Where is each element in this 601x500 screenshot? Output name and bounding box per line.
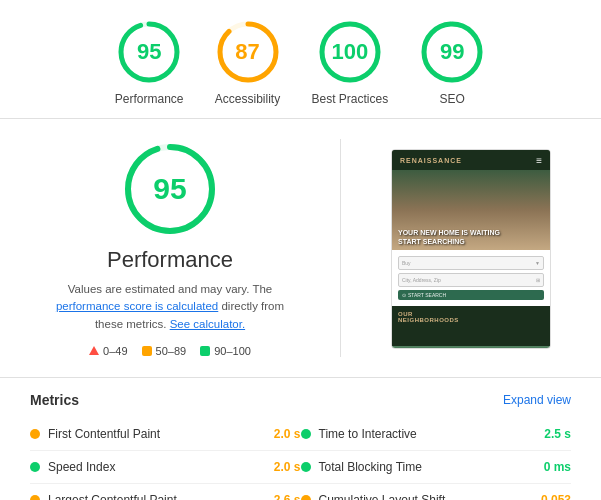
metric-row-cls: Cumulative Layout Shift 0.053 — [301, 484, 572, 500]
screenshot-search-btn-row: ⊙ START SEARCH — [398, 290, 544, 300]
big-score-value: 95 — [153, 172, 186, 206]
metric-row-fcp: First Contentful Paint 2.0 s — [30, 418, 301, 451]
metric-row-si: Speed Index 2.0 s — [30, 451, 301, 484]
metric-dot-si — [30, 462, 40, 472]
score-circle-performance: 95 — [115, 18, 183, 86]
metric-value-lcp: 2.6 s — [274, 493, 301, 500]
metric-name-tbt: Total Blocking Time — [319, 460, 536, 474]
metric-value-tbt: 0 ms — [544, 460, 571, 474]
green-dot-icon — [200, 346, 210, 356]
legend-red: 0–49 — [89, 345, 127, 357]
score-legend: 0–49 50–89 90–100 — [89, 345, 251, 357]
screenshot-hero-text: YOUR NEW HOME IS WAITINGSTART SEARCHING — [398, 228, 544, 246]
metric-name-lcp: Largest Contentful Paint — [48, 493, 266, 500]
expand-view-link[interactable]: Expand view — [503, 393, 571, 407]
score-label-seo: SEO — [440, 92, 465, 106]
score-item-seo: 99 SEO — [418, 18, 486, 106]
desc-text: Values are estimated and may vary. The — [68, 283, 273, 295]
legend-green: 90–100 — [200, 345, 251, 357]
score-circle-best-practices: 100 — [316, 18, 384, 86]
metric-name-fcp: First Contentful Paint — [48, 427, 266, 441]
screenshot-address-input: City, Address, Zip ⊞ — [398, 273, 544, 287]
big-score-circle: 95 — [120, 139, 220, 239]
metrics-header: Metrics Expand view — [30, 392, 571, 408]
screenshot-search-area: Buy ▼ City, Address, Zip ⊞ ⊙ START SEARC… — [392, 250, 550, 306]
screenshot-hero: YOUR NEW HOME IS WAITINGSTART SEARCHING — [392, 170, 550, 250]
metric-name-tti: Time to Interactive — [319, 427, 537, 441]
metric-value-si: 2.0 s — [274, 460, 301, 474]
metrics-left-column: First Contentful Paint 2.0 s Speed Index… — [30, 418, 301, 500]
legend-range-green: 90–100 — [214, 345, 251, 357]
screenshot-search-row2: City, Address, Zip ⊞ — [398, 273, 544, 287]
legend-orange: 50–89 — [142, 345, 187, 357]
left-panel: 95 Performance Values are estimated and … — [30, 139, 310, 357]
metric-row-tbt: Total Blocking Time 0 ms — [301, 451, 572, 484]
red-triangle-icon — [89, 346, 99, 355]
metrics-title: Metrics — [30, 392, 79, 408]
screenshot-search-button: ⊙ START SEARCH — [398, 290, 544, 300]
score-label-accessibility: Accessibility — [215, 92, 280, 106]
scores-bar: 95 Performance 87 Accessibility 100 Best… — [0, 0, 601, 119]
page-title: Performance — [107, 247, 233, 273]
metric-dot-fcp — [30, 429, 40, 439]
score-value-seo: 99 — [440, 39, 464, 65]
metric-value-cls: 0.053 — [541, 493, 571, 500]
screenshot-search-row1: Buy ▼ — [398, 256, 544, 270]
perf-score-link[interactable]: performance score is calculated — [56, 300, 218, 312]
screenshot-logo: RENAISSANCE — [400, 157, 462, 164]
metric-name-si: Speed Index — [48, 460, 266, 474]
screenshot-menu-icon: ≡ — [536, 155, 542, 166]
score-item-best-practices: 100 Best Practices — [312, 18, 389, 106]
metric-dot-lcp — [30, 495, 40, 500]
see-calculator-link[interactable]: See calculator. — [170, 318, 245, 330]
score-item-accessibility: 87 Accessibility — [214, 18, 282, 106]
metric-dot-cls — [301, 495, 311, 500]
metrics-section: Metrics Expand view First Contentful Pai… — [0, 378, 601, 500]
legend-range-red: 0–49 — [103, 345, 127, 357]
orange-dot-icon — [142, 346, 152, 356]
score-circle-accessibility: 87 — [214, 18, 282, 86]
main-content: 95 Performance Values are estimated and … — [0, 119, 601, 378]
screenshot-buy-input: Buy ▼ — [398, 256, 544, 270]
metric-dot-tbt — [301, 462, 311, 472]
screenshot-neighborhoods: OURNEIGHBORHOODS — [392, 306, 550, 346]
performance-description: Values are estimated and may vary. The p… — [50, 281, 290, 333]
vertical-divider — [340, 139, 341, 357]
metric-value-fcp: 2.0 s — [274, 427, 301, 441]
metric-row-tti: Time to Interactive 2.5 s — [301, 418, 572, 451]
score-circle-seo: 99 — [418, 18, 486, 86]
metrics-right-column: Time to Interactive 2.5 s Total Blocking… — [301, 418, 572, 500]
right-panel: RENAISSANCE ≡ YOUR NEW HOME IS WAITINGST… — [371, 139, 571, 357]
metric-dot-tti — [301, 429, 311, 439]
legend-range-orange: 50–89 — [156, 345, 187, 357]
score-value-best-practices: 100 — [331, 39, 368, 65]
score-value-accessibility: 87 — [235, 39, 259, 65]
score-value-performance: 95 — [137, 39, 161, 65]
screenshot-header: RENAISSANCE ≡ — [392, 150, 550, 170]
metric-value-tti: 2.5 s — [544, 427, 571, 441]
site-screenshot: RENAISSANCE ≡ YOUR NEW HOME IS WAITINGST… — [391, 149, 551, 349]
score-label-performance: Performance — [115, 92, 184, 106]
metric-name-cls: Cumulative Layout Shift — [319, 493, 533, 500]
metric-row-lcp: Largest Contentful Paint 2.6 s — [30, 484, 301, 500]
score-label-best-practices: Best Practices — [312, 92, 389, 106]
metrics-grid: First Contentful Paint 2.0 s Speed Index… — [30, 418, 571, 500]
score-item-performance: 95 Performance — [115, 18, 184, 106]
